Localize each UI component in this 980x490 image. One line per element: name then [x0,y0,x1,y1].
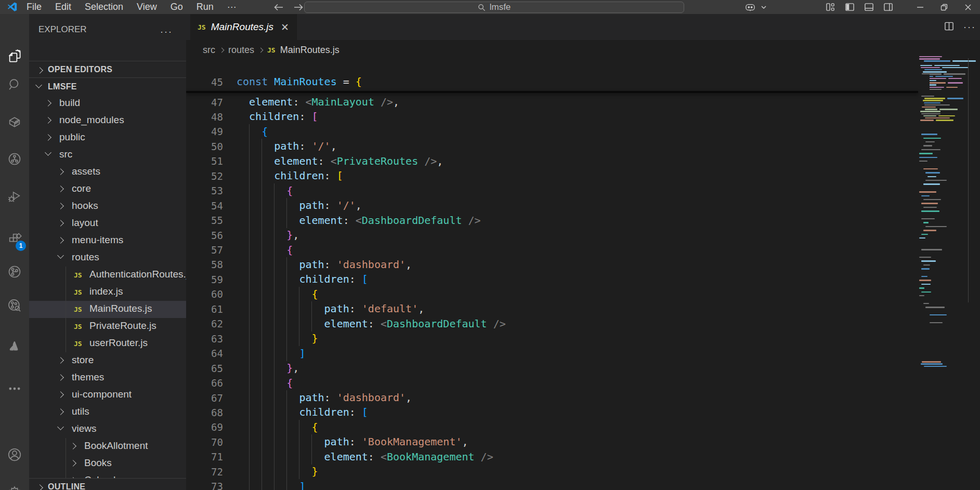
code-line-54[interactable]: 54path: '/', [186,198,930,213]
code-line-70[interactable]: 70path: 'BookManagement', [186,434,930,449]
folder-ui-component[interactable]: ui-component [29,387,186,404]
code-line-48[interactable]: 48children: [ [186,109,930,124]
file-mainroutes-js[interactable]: JSMainRoutes.js [29,301,186,318]
menu-more[interactable]: ··· [220,0,243,14]
code-line-72[interactable]: 72} [186,464,930,479]
folder-menu-items[interactable]: menu-items [29,232,186,249]
code-line-68[interactable]: 68children: [ [186,405,930,420]
code-line-58[interactable]: 58path: 'dashboard', [186,257,930,272]
code-line-65[interactable]: 65}, [186,361,930,376]
explorer-more-actions-button[interactable]: ··· [160,27,173,37]
activity-container-icon[interactable] [0,109,29,136]
code-line-71[interactable]: 71element: <BookManagement /> [186,449,930,465]
folder-themes[interactable]: themes [29,369,186,387]
folder-views[interactable]: views [29,421,186,438]
indent-guide [274,449,275,465]
activity-accounts-icon[interactable] [0,441,29,468]
tab-close-button[interactable]: ✕ [281,21,289,33]
activity-extensions-icon[interactable]: 1 [0,226,29,253]
menu-edit[interactable]: Edit [48,0,78,14]
folder-src[interactable]: src [29,147,186,164]
activity-source-control-graph-icon[interactable] [0,145,29,173]
breadcrumb-item-mainroutes-js[interactable]: MainRoutes.js [280,45,339,56]
code-line-53[interactable]: 53{ [186,183,930,198]
editor-more-actions-button[interactable]: ··· [963,22,976,33]
code-line-63[interactable]: 63} [186,331,930,346]
folder-store[interactable]: store [29,352,186,369]
folder-public[interactable]: public [29,129,186,147]
workspace-section[interactable]: LMSFE [29,78,186,95]
folder-node-modules[interactable]: node_modules [29,112,186,129]
window-close-button[interactable] [956,0,980,14]
code-line-56[interactable]: 56}, [186,228,930,243]
layout-customize-icon[interactable] [821,0,840,14]
code-line-51[interactable]: 51element: <PrivateRoutes />, [186,154,930,169]
folder-routes[interactable]: routes [29,249,186,267]
outline-section[interactable]: OUTLINE [29,478,186,490]
activity-git-branch-circle-icon[interactable] [0,258,29,285]
activity-settings-icon[interactable] [0,480,29,490]
folder-hooks[interactable]: hooks [29,198,186,215]
code-line-59[interactable]: 59children: [ [186,272,930,287]
code-line-52[interactable]: 52children: [ [186,168,930,183]
code-line-61[interactable]: 61path: 'default', [186,301,930,316]
folder-layout[interactable]: layout [29,215,186,232]
code-line-62[interactable]: 62element: <DashboardDefault /> [186,316,930,332]
code-line-47[interactable]: 47element: <MainLayout />, [186,95,930,110]
code-line-57[interactable]: 57{ [186,243,930,258]
code-line-66[interactable]: 66{ [186,376,930,391]
code-line-73[interactable]: 73] [186,479,930,490]
code-line-50[interactable]: 50path: '/', [186,139,930,154]
command-center-search[interactable]: lmsfe [304,2,684,13]
open-editors-section[interactable]: OPEN EDITORS [29,61,186,78]
code-line-55[interactable]: 55element: <DashboardDefault /> [186,213,930,228]
folder-utils[interactable]: utils [29,404,186,421]
file-userrouter-js[interactable]: JSuserRouter.js [29,335,186,352]
code-editor[interactable]: 45const MainRoutes = { 47element: <MainL… [186,60,930,490]
breadcrumb-item-src[interactable]: src [203,45,215,56]
folder-build[interactable]: build [29,95,186,112]
menu-go[interactable]: Go [164,0,190,14]
sticky-line-45[interactable]: 45const MainRoutes = { [186,74,930,89]
copilot-icon[interactable] [740,0,761,14]
code-line-67[interactable]: 67path: 'dashboard', [186,390,930,405]
activity-more-actions[interactable] [0,375,29,402]
nav-forward-button[interactable] [293,3,304,11]
menu-file[interactable]: File [20,0,48,14]
activity-git-branch-search-icon[interactable] [0,292,29,319]
tab-mainroutes[interactable]: JS MainRoutes.js ✕ [190,14,297,40]
toggle-secondary-sidebar-icon[interactable] [879,0,898,14]
minimap[interactable] [918,56,970,490]
window-minimize-button[interactable] [908,0,932,14]
chevron-down-icon[interactable] [761,0,772,14]
folder-bookallotment[interactable]: BookAllotment [29,438,186,455]
file-index-js[interactable]: JSindex.js [29,284,186,301]
menu-view[interactable]: View [130,0,164,14]
menu-selection[interactable]: Selection [78,0,130,14]
toggle-panel-icon[interactable] [859,0,879,14]
code-line-69[interactable]: 69{ [186,420,930,435]
toggle-primary-sidebar-icon[interactable] [840,0,859,14]
file-privateroute-js[interactable]: JSPrivateRoute.js [29,318,186,335]
activity-atlassian-icon[interactable] [0,333,29,360]
activity-explorer-icon[interactable] [0,43,29,70]
code-line-64[interactable]: 64] [186,346,930,361]
file-authenticationroutes-js[interactable]: JSAuthenticationRoutes.js [29,267,186,284]
folder-assets[interactable]: assets [29,164,186,181]
folder-books[interactable]: Books [29,455,186,472]
code-line-60[interactable]: 60{ [186,287,930,302]
breadcrumb-item-routes[interactable]: routes [228,45,254,56]
minimap-line [919,153,933,154]
line-content: children: [ [237,272,912,287]
menu-run[interactable]: Run [190,0,220,14]
split-editor-button[interactable] [944,21,954,33]
window-restore-button[interactable] [932,0,956,14]
nav-back-button[interactable] [273,3,284,11]
token-prop: element [324,451,368,463]
folder-core[interactable]: core [29,181,186,198]
line-content: element: <DashboardDefault /> [237,316,912,332]
activity-search-icon[interactable] [0,71,29,98]
code-line-49[interactable]: 49{ [186,124,930,139]
activity-run-debug-icon[interactable] [0,183,29,210]
sticky-scroll-line[interactable]: 45const MainRoutes = { [186,74,930,90]
